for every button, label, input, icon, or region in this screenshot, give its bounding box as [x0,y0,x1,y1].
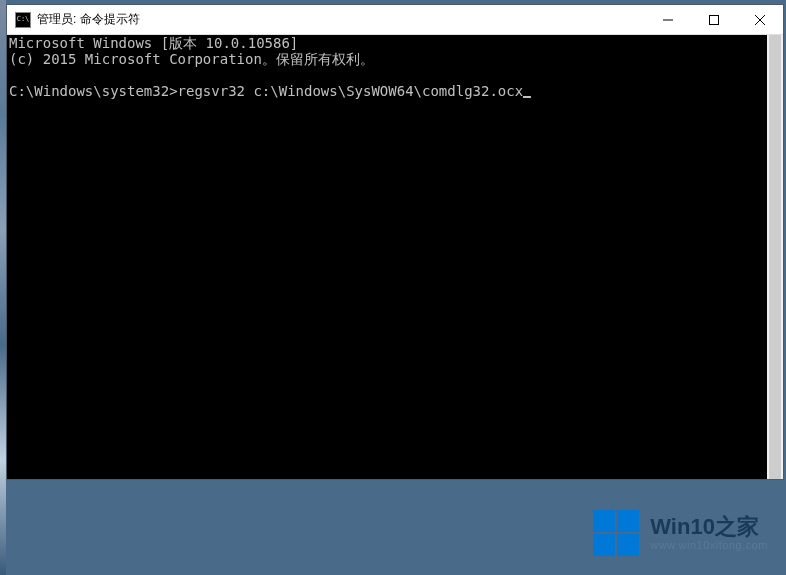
console-wrapper: Microsoft Windows [版本 10.0.10586] (c) 20… [7,35,783,479]
close-button[interactable] [737,5,783,34]
console-line-header1: Microsoft Windows [版本 10.0.10586] [9,35,298,51]
maximize-icon [709,15,719,25]
watermark-text: Win10之家 www.win10xitong.com [650,515,768,551]
windows-logo-icon [592,509,640,557]
scrollbar-thumb[interactable] [769,35,781,479]
window-title: 管理员: 命令提示符 [37,11,645,28]
maximize-button[interactable] [691,5,737,34]
console-line-header2: (c) 2015 Microsoft Corporation。保留所有权利。 [9,51,374,67]
minimize-icon [663,15,673,25]
watermark-title: Win10之家 [650,515,768,539]
cmd-icon: C:\ [15,12,31,28]
cmd-icon-glyph: C:\ [17,16,30,23]
titlebar[interactable]: C:\ 管理员: 命令提示符 [7,5,783,35]
window-controls [645,5,783,34]
console-prompt: C:\Windows\system32> [9,83,178,99]
svg-rect-1 [710,15,719,24]
vertical-scrollbar[interactable] [767,35,783,479]
minimize-button[interactable] [645,5,691,34]
watermark-url: www.win10xitong.com [650,539,768,551]
close-icon [755,15,765,25]
watermark: Win10之家 www.win10xitong.com [592,509,768,557]
text-cursor [523,96,531,98]
command-prompt-window: C:\ 管理员: 命令提示符 Microsoft Windows [版本 10.… [6,4,784,480]
console-command: regsvr32 c:\Windows\SysWOW64\comdlg32.oc… [178,83,524,99]
console-output[interactable]: Microsoft Windows [版本 10.0.10586] (c) 20… [7,35,767,479]
